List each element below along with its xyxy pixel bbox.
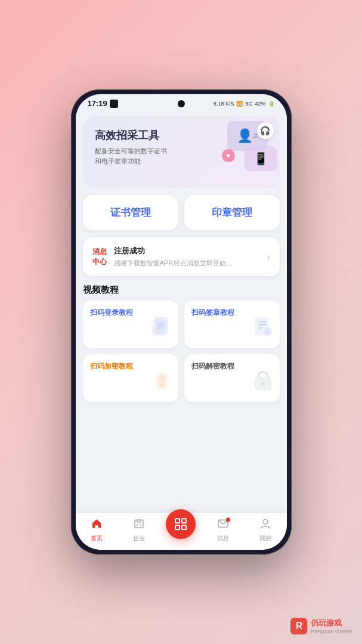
mine-icon (259, 518, 271, 532)
wifi-icon: 📶 (236, 101, 243, 107)
message-section[interactable]: 消息 中心 注册成功 感谢下载数智签APP,轻点消息立即开始... › (83, 237, 280, 276)
scan-button[interactable] (166, 509, 196, 539)
battery-icon: 🔋 (268, 101, 275, 107)
video-card-decrypt[interactable]: 扫码解密教程 (184, 354, 280, 402)
nav-item-enterprise[interactable]: 企业 (117, 518, 160, 543)
headset-button[interactable]: 🎧 (257, 122, 274, 139)
hero-card-2: 📱 (245, 146, 277, 171)
video-card-sign-icon: ✓ (251, 315, 275, 343)
svg-rect-21 (175, 519, 180, 523)
seal-management-card[interactable]: 印章管理 (184, 195, 280, 230)
msg-arrow-icon: › (267, 252, 270, 262)
video-card-encrypt-icon (150, 369, 174, 397)
nav-item-message[interactable]: 消息 (202, 518, 245, 543)
msg-title: 注册成功 (114, 246, 260, 256)
watermark-text: 仍玩游戏 Rengwan Games (311, 618, 352, 634)
status-time: 17:19 (88, 99, 118, 108)
svg-point-14 (160, 384, 163, 386)
nav-item-mine[interactable]: 我的 (245, 518, 287, 543)
nav-label-message: 消息 (217, 534, 229, 543)
nav-center (160, 521, 202, 539)
msg-badge-top: 消息 (92, 247, 107, 257)
bottom-nav: 首页 企业 (76, 513, 287, 550)
home-icon (91, 518, 103, 532)
nav-label-mine: 我的 (259, 534, 271, 543)
svg-rect-22 (182, 519, 186, 523)
watermark-subtitle: Rengwan Games (311, 628, 352, 634)
svg-rect-17 (135, 520, 143, 528)
svg-point-26 (263, 519, 268, 524)
nav-label-home: 首页 (91, 534, 103, 543)
nav-label-enterprise: 企业 (133, 534, 145, 543)
svg-rect-18 (137, 520, 141, 522)
nav-item-home[interactable]: 首页 (76, 518, 118, 543)
network-icon: 5G (245, 101, 252, 107)
msg-badge-bottom: 中心 (92, 257, 107, 267)
cert-label: 证书管理 (89, 206, 172, 219)
message-badge: 消息 中心 (92, 247, 107, 267)
phone-frame: 17:19 6.18 K/S 📶 5G 42% 🔋 高效招采工具 配备安全可靠的… (71, 89, 292, 555)
hero-banner: 高效招采工具 配备安全可靠的数字证书 和电子签章功能 👤 ≡ 📱 ♥ 🎧 (83, 116, 280, 188)
watermark-name: 仍玩游戏 (311, 618, 352, 628)
watermark: R 仍玩游戏 Rengwan Games (290, 618, 352, 634)
svg-text:✓: ✓ (266, 329, 271, 335)
video-card-encrypt[interactable]: 扫码加密教程 (83, 354, 178, 402)
watermark-logo: R (290, 618, 307, 634)
status-time-badge (110, 100, 118, 108)
status-right: 6.18 K/S 📶 5G 42% 🔋 (214, 101, 275, 107)
video-grid: 扫码登录教程 扫码签章教程 (83, 301, 280, 402)
svg-rect-23 (175, 525, 180, 530)
hero-heart-icon: ♥ (222, 149, 235, 162)
main-content[interactable]: 高效招采工具 配备安全可靠的数字证书 和电子签章功能 👤 ≡ 📱 ♥ 🎧 (76, 110, 287, 513)
message-content: 注册成功 感谢下载数智签APP,轻点消息立即开始... (114, 246, 260, 268)
svg-point-16 (261, 382, 265, 386)
seal-label: 印章管理 (190, 206, 274, 219)
message-icon (217, 518, 229, 532)
svg-point-12 (158, 374, 165, 382)
action-cards: 证书管理 印章管理 (83, 195, 280, 230)
camera-notch (178, 100, 185, 107)
video-card-sign[interactable]: 扫码签章教程 ✓ (184, 301, 280, 348)
video-card-login-icon (150, 315, 174, 343)
msg-subtitle: 感谢下载数智签APP,轻点消息立即开始... (114, 259, 260, 268)
svg-rect-24 (182, 525, 186, 530)
phone-screen: 17:19 6.18 K/S 📶 5G 42% 🔋 高效招采工具 配备安全可靠的… (76, 94, 287, 550)
video-card-decrypt-icon (251, 369, 275, 397)
cert-management-card[interactable]: 证书管理 (83, 195, 178, 230)
battery-text: 42% (255, 101, 265, 107)
video-card-login[interactable]: 扫码登录教程 (83, 301, 178, 348)
enterprise-icon (133, 518, 145, 532)
signal-info: 6.18 K/S (214, 101, 234, 107)
video-section-title: 视频教程 (83, 284, 280, 296)
